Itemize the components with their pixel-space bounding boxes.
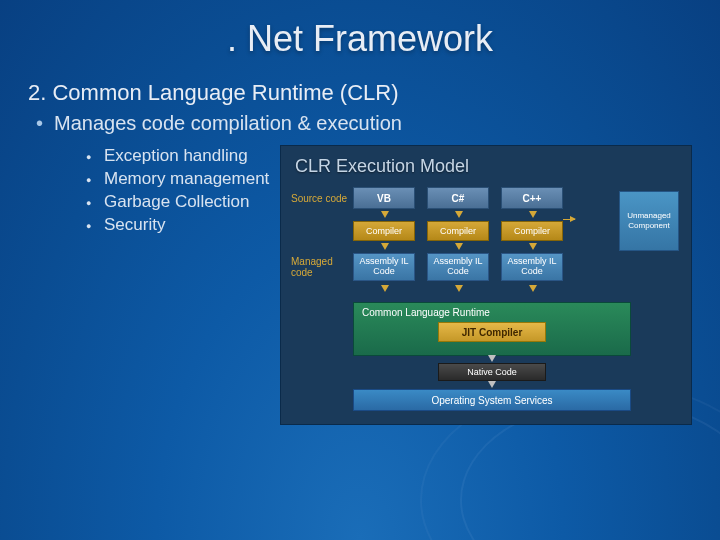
compiler-box: Compiler	[427, 221, 489, 241]
compiler-box: Compiler	[501, 221, 563, 241]
sub-bullet: Security	[86, 214, 276, 237]
managed-code-label: Managed code	[291, 256, 353, 278]
sub-bullet: Exception handling	[86, 145, 276, 168]
clr-label: Common Language Runtime	[362, 307, 622, 318]
clr-diagram: CLR Execution Model Source code VB C# C+…	[280, 145, 692, 425]
native-code-box: Native Code	[438, 363, 546, 381]
clr-box: Common Language Runtime JIT Compiler	[353, 302, 631, 356]
compiler-box: Compiler	[353, 221, 415, 241]
main-bullet: Manages code compilation & execution	[28, 112, 692, 135]
slide-title: . Net Framework	[0, 0, 720, 80]
os-services-box: Operating System Services	[353, 389, 631, 411]
lang-csharp-box: C#	[427, 187, 489, 209]
lang-cpp-box: C++	[501, 187, 563, 209]
assembly-box: Assembly IL Code	[501, 253, 563, 281]
assembly-box: Assembly IL Code	[427, 253, 489, 281]
section-heading: 2. Common Language Runtime (CLR)	[28, 80, 692, 106]
sub-bullet-list: Exception handling Memory management Gar…	[86, 145, 276, 425]
source-code-label: Source code	[291, 193, 353, 204]
unmanaged-component-box: Unmanaged Component	[619, 191, 679, 251]
diagram-title: CLR Execution Model	[291, 156, 681, 177]
assembly-box: Assembly IL Code	[353, 253, 415, 281]
lang-vb-box: VB	[353, 187, 415, 209]
jit-compiler-box: JIT Compiler	[438, 322, 546, 342]
sub-bullet: Memory management	[86, 168, 276, 191]
sub-bullet: Garbage Collection	[86, 191, 276, 214]
